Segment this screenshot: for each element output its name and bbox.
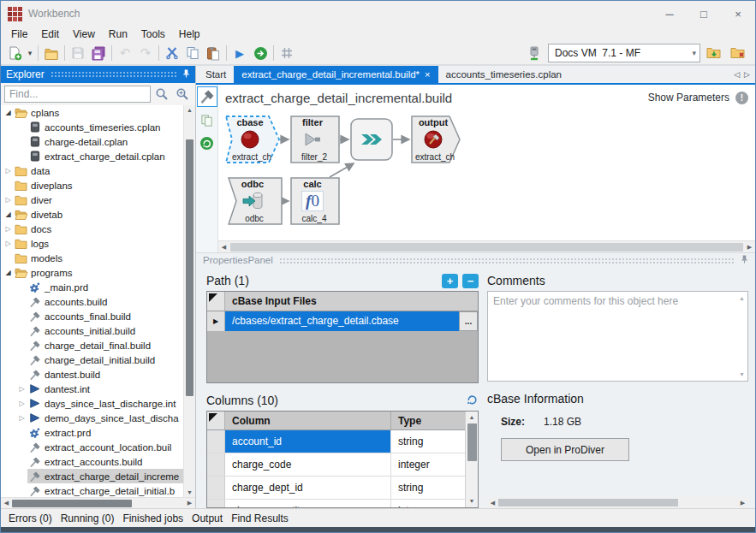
tree-item-body[interactable]: extract_accounts.build (27, 454, 183, 469)
find-input[interactable] (4, 86, 151, 103)
maximize-button[interactable]: □ (687, 1, 721, 27)
tree-horizontal-scrollbar[interactable]: ◀ ▶ (1, 497, 195, 508)
scroll-thumb[interactable] (467, 423, 477, 461)
column-name-cell[interactable]: account_id (225, 430, 391, 453)
tree-item-body[interactable]: accounts.build (27, 294, 183, 309)
scroll-left-icon[interactable]: ◀ (218, 244, 229, 251)
tree-item-body[interactable]: divetab (14, 207, 183, 222)
expander-collapsed-icon[interactable]: ▷ (3, 240, 14, 247)
tree-item-body[interactable]: docs (14, 222, 183, 236)
tree-item[interactable]: ▷demo_days_since_last_discha (1, 411, 183, 425)
scroll-right-icon[interactable]: ▶ (737, 500, 748, 506)
tab-scroll-left-icon[interactable]: ◁ (734, 70, 740, 79)
select-all-corner[interactable] (207, 292, 225, 311)
tab-start[interactable]: Start (198, 66, 234, 83)
scroll-up-icon[interactable]: ▲ (739, 295, 745, 301)
tab-1[interactable]: extract_charge_detail_incremental.build*… (234, 66, 438, 83)
tree-item-body[interactable]: dantest.build (27, 367, 183, 382)
column-name-cell[interactable]: charge_dept_id (225, 477, 391, 499)
tree-item-body[interactable]: accounts_initial.build (27, 323, 183, 338)
run-button[interactable]: ▶ (229, 43, 250, 63)
expander-expanded-icon[interactable]: ◢ (3, 109, 14, 116)
tree-item-body[interactable]: programs (14, 265, 183, 280)
properties-horizontal-scrollbar[interactable]: ◀ ▶ (487, 497, 748, 508)
refresh-icon[interactable] (466, 393, 479, 409)
show-parameters-link[interactable]: Show Parameters (648, 92, 729, 104)
tree-item[interactable]: accounts.build (1, 294, 183, 309)
scroll-right-icon[interactable]: ▶ (744, 244, 755, 251)
tree-item-body[interactable]: data (14, 163, 183, 178)
column-name-cell[interactable]: charge_quantity (225, 500, 391, 508)
tree-item[interactable]: ▷diver (1, 192, 183, 207)
scroll-up-icon[interactable]: ▲ (469, 412, 475, 423)
add-path-button[interactable]: + (442, 274, 458, 288)
cut-button[interactable] (162, 43, 182, 63)
pin-icon[interactable] (182, 68, 190, 81)
tree-item[interactable]: ▷dantest.int (1, 382, 183, 396)
tree-item[interactable]: ▷days_since_last_discharge.int (1, 396, 183, 411)
save-all-button[interactable] (88, 43, 109, 63)
row-selector[interactable] (207, 500, 225, 508)
scroll-thumb[interactable] (498, 499, 678, 506)
column-header-type[interactable]: Type (391, 412, 465, 429)
search-zoom-icon[interactable] (173, 85, 192, 104)
columns-vertical-scrollbar[interactable]: ▲ ▼ (465, 412, 478, 507)
menu-file[interactable]: File (4, 27, 34, 41)
expander-expanded-icon[interactable]: ◢ (3, 269, 14, 276)
tree-item-body[interactable]: extract_charge_detail.cplan (27, 149, 183, 163)
tree-item-body[interactable]: charge_detail_initial.build (27, 352, 183, 367)
node-output[interactable]: outputextract_ch (411, 115, 461, 163)
folder-download-button[interactable] (704, 43, 724, 63)
tree-item[interactable]: accounts_initial.build (1, 323, 183, 338)
pin-icon[interactable] (741, 254, 748, 266)
node-cbase[interactable]: cbaseextract_ch (225, 115, 280, 163)
copy-page-icon[interactable] (198, 112, 217, 129)
go-button[interactable] (250, 43, 271, 63)
scroll-right-icon[interactable]: ▶ (184, 500, 195, 506)
tree-item-body[interactable]: demo_days_since_last_discha (27, 411, 183, 425)
column-type-cell[interactable]: string (391, 477, 465, 499)
node-filter[interactable]: filterfilter_2 (290, 115, 340, 163)
close-button[interactable]: × (721, 1, 755, 27)
column-row[interactable]: charge_quantityinteger (207, 500, 465, 508)
menu-edit[interactable]: Edit (34, 27, 66, 41)
tree-item-body[interactable]: logs (14, 236, 183, 251)
menu-run[interactable]: Run (102, 27, 134, 41)
tree-item[interactable]: extract_charge_detail_initial.b (1, 483, 183, 497)
scroll-down-icon[interactable]: ▼ (469, 495, 475, 507)
status-find-results[interactable]: Find Results (227, 511, 293, 526)
folder-delete-button[interactable] (728, 43, 748, 63)
open-folder-button[interactable] (41, 43, 62, 63)
info-icon[interactable]: ! (735, 92, 748, 104)
status-running[interactable]: Running (0) (57, 511, 119, 526)
tree-item[interactable]: ◢cplans (1, 105, 183, 120)
tree-item[interactable]: charge_detail_final.build (1, 338, 183, 352)
tree-item[interactable]: ▷data (1, 163, 183, 178)
new-file-dropdown-button[interactable]: ▾ (25, 43, 35, 63)
tree-item-body[interactable]: charge-detail.cplan (27, 134, 183, 149)
tree-item-body[interactable]: accounts_final.build (27, 309, 183, 323)
tree-item[interactable]: accounts_final.build (1, 309, 183, 323)
tree-item-body[interactable]: extract.prd (27, 425, 183, 440)
tree-item-body[interactable]: extract_account_location.buil (27, 440, 183, 454)
tree-item-body[interactable]: days_since_last_discharge.int (27, 396, 183, 411)
scroll-thumb[interactable] (186, 139, 193, 396)
expander-collapsed-icon[interactable]: ▷ (16, 414, 27, 422)
menu-help[interactable]: Help (172, 27, 207, 41)
server-combobox[interactable]: Docs VM 7.1 - MF ▾ (548, 44, 700, 62)
minimize-button[interactable]: ─ (652, 1, 687, 27)
column-name-cell[interactable]: charge_code (225, 453, 391, 476)
menu-tools[interactable]: Tools (134, 27, 172, 41)
diagram-horizontal-scrollbar[interactable]: ◀ ▶ (218, 240, 755, 252)
scroll-thumb[interactable] (12, 500, 132, 507)
row-selector[interactable] (207, 477, 225, 499)
node-odbc[interactable]: odbcodbc (228, 177, 283, 225)
status-finished-jobs[interactable]: Finished jobs (118, 511, 188, 526)
remove-path-button[interactable]: − (462, 274, 479, 288)
run-refresh-icon[interactable] (198, 134, 217, 151)
tree-item-body[interactable]: cplans (14, 105, 183, 120)
tree-item[interactable]: accounts_timeseries.cplan (1, 120, 183, 134)
path-value[interactable]: /cbases/extract_charge_detail.cbase (225, 311, 459, 331)
tree-item-body[interactable]: dantest.int (27, 382, 183, 396)
paste-button[interactable] (203, 43, 223, 63)
